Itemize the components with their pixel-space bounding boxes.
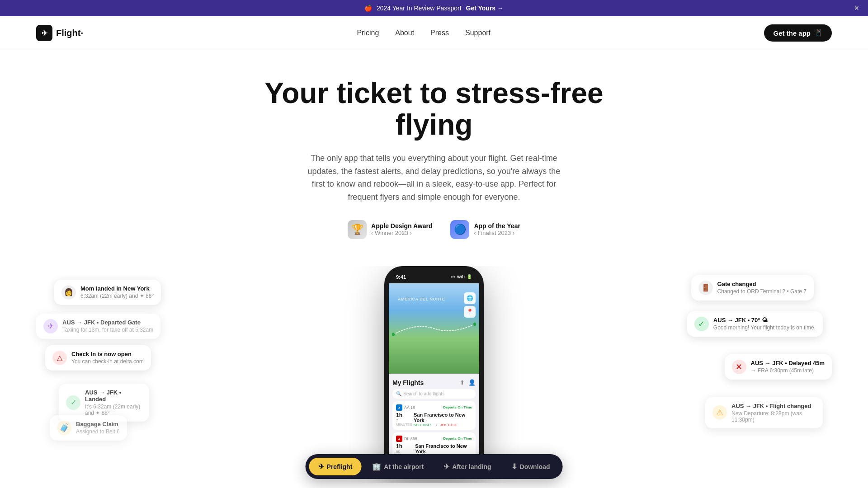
phone-list-header: My Flights ⬆ 👤 <box>392 377 476 389</box>
flight-duration-1: 1h <box>396 412 414 418</box>
svg-point-0 <box>392 333 395 336</box>
notif-changed-title: AUS → JFK • Flight changed <box>731 403 816 409</box>
svg-point-1 <box>473 323 476 326</box>
notif-baggage-title: Baggage Claim <box>76 421 120 427</box>
notif-right-gate-change: 🚪 Gate changed Changed to ORD Terminal 2… <box>691 275 814 300</box>
notif-mom-title: Mom landed in New York <box>80 285 154 292</box>
hero-section: Your ticket to stress-free flying The on… <box>0 50 868 266</box>
map-label: AMERICA DEL NORTE <box>398 297 445 301</box>
notif-checkin-icon: △ <box>52 351 67 365</box>
flight-card-1[interactable]: ▲ AA 16 Departs On Time 1h 7 MINUTES <box>392 401 476 430</box>
notif-left-departed: ✈ AUS → JFK • Departed Gate Taxiing for … <box>36 314 160 339</box>
flight-duration-2: 1h <box>396 443 415 450</box>
award-design: 🏆 Apple Design Award ‹ Winner 2023 › <box>348 220 432 239</box>
notif-delayed-title: AUS → JFK • Delayed 45m <box>751 360 825 366</box>
award-design-icon: 🏆 <box>348 220 367 239</box>
nav-link-support[interactable]: Support <box>465 29 491 37</box>
banner-close-button[interactable]: × <box>854 4 859 12</box>
battery-icon: 🔋 <box>467 274 472 279</box>
signal-icon: ▪▪▪ <box>451 274 456 279</box>
dep-time-1: SFO 10:47 <box>414 423 431 427</box>
flight-sub-1: 7 MINUTES <box>396 418 414 427</box>
notif-baggage-sub: Assigned to Belt 6 <box>76 428 120 435</box>
airport-icon: 🏢 <box>372 462 381 471</box>
notif-baggage-icon: 🧳 <box>57 421 71 435</box>
notif-mom-sub: 6:32am (22m early) and ✦ 88° <box>80 293 154 299</box>
notif-landed-sub: It's 6:32am (22m early) and ✦ 88° <box>85 404 142 416</box>
arr-time-1: JFK 19:31 <box>440 423 457 427</box>
notif-ontime-icon: ✓ <box>694 317 709 331</box>
flight-num-1: AA 16 <box>404 405 415 410</box>
airline-dl-dot: ▲ <box>396 436 402 442</box>
tab-preflight[interactable]: ✈ Preflight <box>309 458 362 475</box>
tab-after-landing[interactable]: ✈ After landing <box>434 458 500 475</box>
map-location-button[interactable]: 📍 <box>464 306 476 318</box>
phone-screen: 9:41 ▪▪▪ wifi 🔋 AMERICA DEL NORTE <box>389 271 479 469</box>
notif-left-mom-landed: 👩 Mom landed in New York 6:32am (22m ear… <box>54 280 161 305</box>
notif-departed-title: AUS → JFK • Departed Gate <box>62 319 153 326</box>
download-icon: ⬇ <box>511 462 517 471</box>
preflight-icon: ✈ <box>318 462 324 471</box>
share-icon[interactable]: ⬆ <box>460 379 465 386</box>
flight-num-2: DL 868 <box>404 436 417 441</box>
phone-time: 9:41 <box>396 274 406 280</box>
phone-mockup: 9:41 ▪▪▪ wifi 🔋 AMERICA DEL NORTE <box>384 266 484 474</box>
logo-icon: ✈ <box>36 25 52 41</box>
get-app-button[interactable]: Get the app 📱 <box>764 24 832 42</box>
phone-list-title: My Flights <box>392 379 424 386</box>
phone-status-icons: ▪▪▪ wifi 🔋 <box>451 274 472 279</box>
banner-emoji: 🍎 <box>364 5 372 12</box>
nav-link-press[interactable]: Press <box>430 29 449 37</box>
map-layer-button[interactable]: 🌐 <box>464 292 476 304</box>
search-placeholder: Search to add flights <box>403 391 444 396</box>
tab-after-landing-label: After landing <box>452 463 491 470</box>
notif-right-ontime: ✓ AUS → JFK • 70° 🌤 Good morning! Your f… <box>687 311 823 337</box>
notif-changed-sub: New Departure: 8:28pm (was 11:30pm) <box>731 410 816 423</box>
notif-avatar-icon: 👩 <box>61 285 76 300</box>
flight-times-1: SFO 10:47 → JFK 19:31 <box>414 423 472 427</box>
nav-link-about[interactable]: About <box>395 29 414 37</box>
notif-gate-sub: Changed to ORD Terminal 2 • Gate 7 <box>717 288 807 295</box>
phone-search[interactable]: 🔍 Search to add flights <box>392 389 476 399</box>
notif-gate-title: Gate changed <box>717 281 807 287</box>
awards-section: 🏆 Apple Design Award ‹ Winner 2023 › 🔵 A… <box>9 220 859 239</box>
departs-badge-2: Departs On Time <box>443 436 472 441</box>
arrow-1: → <box>434 423 438 427</box>
notif-left-baggage: 🧳 Baggage Claim Assigned to Belt 6 <box>50 415 127 441</box>
after-landing-icon: ✈ <box>443 462 449 471</box>
airline-aa-dot: ▲ <box>396 404 402 411</box>
tab-airport[interactable]: 🏢 At the airport <box>363 458 433 475</box>
phone-icon: 📱 <box>814 29 823 37</box>
tab-download[interactable]: ⬇ Download <box>502 458 559 475</box>
phone-map: AMERICA DEL NORTE 🌐 📍 <box>389 283 479 374</box>
notif-changed-icon: ⚠ <box>712 405 727 420</box>
flight-route-1: San Francisco to New York <box>414 412 472 423</box>
notif-checkin-sub: You can check-in at delta.com <box>71 358 144 365</box>
award-year-title: App of the Year <box>474 222 520 230</box>
flight-route-2: San Francisco to New York <box>415 443 472 454</box>
award-year-icon: 🔵 <box>450 220 469 239</box>
visual-section: 👩 Mom landed in New York 6:32am (22m ear… <box>0 266 868 483</box>
phone-shell: 9:41 ▪▪▪ wifi 🔋 AMERICA DEL NORTE <box>384 266 484 474</box>
settings-icon[interactable]: 👤 <box>468 379 476 386</box>
notif-departed-icon: ✈ <box>43 319 58 333</box>
nav-links: Pricing About Press Support <box>357 29 491 37</box>
award-year-subtitle: ‹ Finalist 2023 › <box>474 230 520 236</box>
navbar: ✈ Flight· Pricing About Press Support Ge… <box>0 16 868 50</box>
notif-landed-icon: ✓ <box>66 395 80 410</box>
banner-cta[interactable]: Get Yours → <box>466 5 504 12</box>
get-app-label: Get the app <box>773 29 811 37</box>
notif-departed-sub: Taxiing for 13m, for take off at 5:32am <box>62 327 153 333</box>
banner-text: 2024 Year In Review Passport <box>377 5 462 12</box>
notif-right-delayed: ✕ AUS → JFK • Delayed 45m → FRA 6:30pm (… <box>725 354 832 380</box>
logo[interactable]: ✈ Flight· <box>36 25 83 41</box>
award-design-subtitle: ‹ Winner 2023 › <box>371 230 432 236</box>
notif-right-changed: ⚠ AUS → JFK • Flight changed New Departu… <box>705 397 823 428</box>
nav-link-pricing[interactable]: Pricing <box>357 29 379 37</box>
tab-preflight-label: Preflight <box>327 463 353 470</box>
notif-gate-icon: 🚪 <box>698 281 713 295</box>
award-year: 🔵 App of the Year ‹ Finalist 2023 › <box>450 220 520 239</box>
notif-landed-title: AUS → JFK • Landed <box>85 389 142 403</box>
hero-description: The only app that tells you everything a… <box>307 152 561 204</box>
phone-status-bar: 9:41 ▪▪▪ wifi 🔋 <box>389 271 479 283</box>
